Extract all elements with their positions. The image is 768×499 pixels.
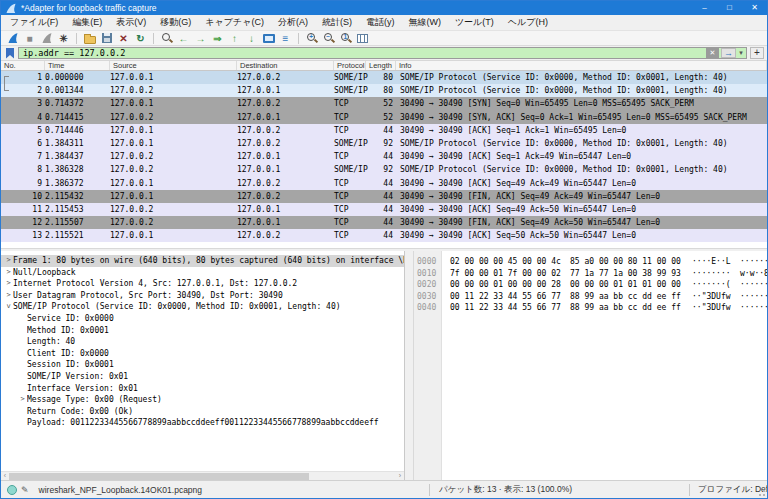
packet-row[interactable]: 81.386328127.0.0.2127.0.0.1SOME/IP92SOME… [1, 163, 767, 176]
scroll-left-arrow-icon[interactable]: ‹ [1, 472, 9, 480]
menu-item[interactable]: 編集(E) [65, 15, 109, 30]
hex-bytes: 00 11 22 33 44 55 66 77 [450, 291, 564, 303]
column-header-time[interactable]: Time [45, 61, 110, 70]
filter-apply-icon[interactable]: → [721, 48, 736, 58]
menu-item[interactable]: ヘルプ(H) [501, 15, 555, 30]
menu-item[interactable]: 移動(G) [153, 15, 198, 30]
expert-info-icon[interactable] [7, 485, 17, 495]
expander-icon[interactable]: > [4, 290, 13, 302]
detail-tree-item[interactable]: >Null/Loopback [1, 267, 404, 279]
detail-tree-item[interactable]: Payload: 00112233445566778899aabbccddeef… [1, 417, 404, 429]
close-button[interactable]: ✕ [742, 1, 767, 15]
minimize-button[interactable]: – [692, 1, 717, 15]
capture-comment-icon[interactable]: ✎ [21, 485, 29, 495]
packet-row[interactable]: 30.714372127.0.0.1127.0.0.2TCP5230490 → … [1, 97, 767, 110]
packet-row[interactable]: 102.115432127.0.0.1127.0.0.2TCP4430490 →… [1, 190, 767, 203]
detail-tree-item[interactable]: >Internet Protocol Version 4, Src: 127.0… [1, 278, 404, 290]
maximize-button[interactable]: □ [717, 1, 742, 15]
detail-tree-item[interactable]: SOME/IP Version: 0x01 [1, 371, 404, 383]
reload-file-icon[interactable]: ↻ [132, 31, 149, 45]
menu-item[interactable]: 電話(y) [359, 15, 402, 30]
detail-tree-item[interactable]: >Message Type: 0x00 (Request) [1, 394, 404, 406]
column-header-no[interactable]: No. [1, 61, 45, 70]
packet-row[interactable]: 10.000000127.0.0.1127.0.0.2SOME/IP80SOME… [1, 71, 767, 84]
detail-tree-item[interactable]: Method ID: 0x0001 [1, 325, 404, 337]
filter-bookmark-icon[interactable] [6, 48, 14, 59]
find-packet-icon[interactable] [158, 31, 175, 45]
close-file-icon[interactable]: ✕ [115, 31, 132, 45]
go-last-packet-icon[interactable]: ↓ [243, 31, 260, 45]
expander-icon[interactable]: v [4, 301, 13, 313]
column-header-destination[interactable]: Destination [237, 61, 334, 70]
colorize-packets-icon[interactable]: ≡ [277, 31, 294, 45]
go-forward-icon[interactable]: → [192, 31, 209, 45]
resize-columns-icon[interactable] [354, 31, 371, 45]
hex-row[interactable]: 004000 11 22 33 44 55 66 7788 99 aa bb c… [414, 302, 767, 314]
zoom-out-icon[interactable]: − [320, 31, 337, 45]
packet-row[interactable]: 20.001344127.0.0.2127.0.0.1SOME/IP80SOME… [1, 84, 767, 97]
menu-item[interactable]: キャプチャ(C) [198, 15, 271, 30]
go-back-icon[interactable]: ← [175, 31, 192, 45]
column-header-info[interactable]: Info [396, 61, 767, 70]
detail-tree-item[interactable]: Length: 40 [1, 336, 404, 348]
go-first-packet-icon[interactable]: ↑ [226, 31, 243, 45]
auto-scroll-icon[interactable] [260, 31, 277, 45]
detail-tree-item[interactable]: vSOME/IP Protocol (Service ID: 0x0000, M… [1, 301, 404, 313]
detail-tree-item[interactable]: Service ID: 0x0000 [1, 313, 404, 325]
menu-item[interactable]: 分析(A) [271, 15, 315, 30]
column-header-length[interactable]: Length [366, 61, 396, 70]
detail-tree-item[interactable]: >User Datagram Protocol, Src Port: 30490… [1, 290, 404, 302]
packet-row[interactable]: 132.115521127.0.0.1127.0.0.2TCP4430490 →… [1, 229, 767, 242]
detail-tree-item[interactable]: Session ID: 0x0001 [1, 359, 404, 371]
menu-item[interactable]: 表示(V) [109, 15, 153, 30]
packet-row[interactable]: 91.386372127.0.0.1127.0.0.2TCP4430490 → … [1, 177, 767, 190]
menu-item[interactable]: 統計(S) [315, 15, 359, 30]
menu-item[interactable]: 無線(W) [401, 15, 448, 30]
detail-tree-item[interactable]: Interface Version: 0x01 [1, 383, 404, 395]
packet-row[interactable]: 112.115453127.0.0.2127.0.0.1TCP4430490 →… [1, 203, 767, 216]
capture-options-icon[interactable]: ✳ [55, 31, 72, 45]
expander-icon[interactable]: > [18, 394, 27, 406]
toolbar-separator [298, 33, 299, 44]
packet-row[interactable]: 71.384437127.0.0.2127.0.0.1TCP4430490 → … [1, 150, 767, 163]
go-to-packet-icon[interactable]: ⇒ [209, 31, 226, 45]
scroll-right-arrow-icon[interactable]: › [396, 472, 404, 480]
menu-item[interactable]: ファイル(F) [3, 15, 65, 30]
stop-capture-icon[interactable]: ■ [21, 31, 38, 45]
detail-tree-item[interactable]: >Frame 1: 80 bytes on wire (640 bits), 8… [1, 255, 404, 267]
vertical-splitter[interactable] [405, 251, 414, 480]
open-file-icon[interactable] [81, 31, 98, 45]
packet-row[interactable]: 50.714446127.0.0.1127.0.0.2TCP4430490 → … [1, 124, 767, 137]
scrollbar-thumb[interactable] [9, 473, 309, 480]
expander-icon[interactable]: > [4, 255, 13, 267]
save-file-icon[interactable] [98, 31, 115, 45]
filter-dropdown-icon[interactable]: ▾ [736, 49, 746, 57]
resize-grip[interactable] [758, 489, 766, 497]
hex-row[interactable]: 003000 11 22 33 44 55 66 7788 99 aa bb c… [414, 291, 767, 303]
cell-time: 0.714446 [45, 124, 110, 137]
detail-text: SOME/IP Protocol (Service ID: 0x0000, Me… [13, 301, 341, 313]
packet-row[interactable]: 122.115507127.0.0.2127.0.0.1TCP4430490 →… [1, 216, 767, 229]
menu-item[interactable]: ツール(T) [448, 15, 501, 30]
filter-add-button[interactable]: + [750, 47, 764, 59]
column-header-source[interactable]: Source [110, 61, 237, 70]
packet-row[interactable]: 61.384311127.0.0.1127.0.0.2SOME/IP92SOME… [1, 137, 767, 150]
hex-row[interactable]: 002000 00 00 01 00 00 00 2800 00 00 01 0… [414, 279, 767, 291]
column-header-protocol[interactable]: Protocol [334, 61, 366, 70]
zoom-100-icon[interactable]: 1 [337, 31, 354, 45]
packet-row[interactable]: 40.714415127.0.0.2127.0.0.1TCP5230490 → … [1, 111, 767, 124]
expander-icon[interactable]: > [4, 278, 13, 290]
start-capture-icon[interactable] [4, 31, 21, 45]
display-filter-input[interactable]: ip.addr == 127.0.0.2 ✕ → ▾ [18, 47, 747, 59]
filter-clear-icon[interactable]: ✕ [706, 48, 719, 58]
detail-tree-item[interactable]: Client ID: 0x0000 [1, 348, 404, 360]
hex-row[interactable]: 000002 00 00 00 45 00 00 4c85 a0 00 00 8… [414, 256, 767, 268]
expander-icon[interactable]: > [4, 267, 13, 279]
cell-no: 9 [1, 177, 45, 190]
details-horizontal-scrollbar[interactable]: ‹ › [1, 471, 404, 480]
hex-row[interactable]: 00107f 00 00 01 7f 00 00 0277 1a 77 1a 0… [414, 268, 767, 280]
zoom-in-icon[interactable]: + [303, 31, 320, 45]
detail-tree-item[interactable]: Return Code: 0x00 (Ok) [1, 406, 404, 418]
scrollbar-track[interactable] [9, 473, 396, 480]
restart-capture-icon[interactable] [38, 31, 55, 45]
